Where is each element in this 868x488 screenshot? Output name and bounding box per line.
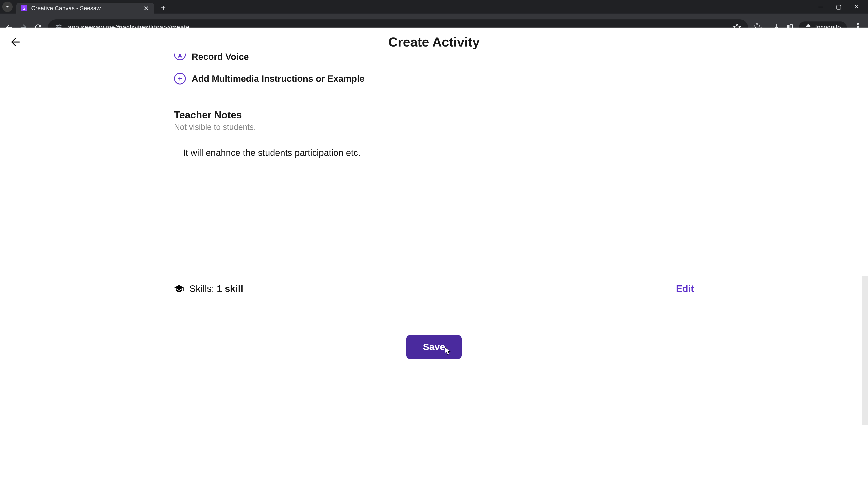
- teacher-notes-title: Teacher Notes: [174, 109, 694, 121]
- record-voice-button[interactable]: Record Voice: [174, 52, 694, 62]
- tab-close-button[interactable]: ✕: [143, 4, 150, 12]
- skills-text: Skills: 1 skill: [189, 283, 243, 294]
- plus-icon: [174, 73, 186, 85]
- tab-bar: S Creative Canvas - Seesaw ✕ + ─ ▢ ✕: [0, 0, 868, 13]
- graduation-cap-icon: [174, 284, 184, 294]
- page-content: Create Activity Record Voice Add Multime…: [0, 28, 868, 460]
- teacher-notes-input[interactable]: It will enahnce the students participati…: [174, 148, 694, 261]
- tab-search-button[interactable]: [2, 2, 13, 12]
- window-controls: ─ ▢ ✕: [816, 3, 868, 10]
- mouse-cursor: [444, 347, 452, 357]
- close-window-button[interactable]: ✕: [852, 3, 861, 10]
- new-tab-button[interactable]: +: [154, 3, 173, 13]
- skills-indicator: Skills: 1 skill: [174, 283, 243, 294]
- browser-tab-active[interactable]: S Creative Canvas - Seesaw ✕: [16, 3, 154, 13]
- save-button-wrapper: Save: [174, 335, 694, 359]
- microphone-icon: [174, 54, 186, 60]
- skills-label: Skills:: [189, 283, 217, 294]
- teacher-notes-subtitle: Not visible to students.: [174, 123, 694, 132]
- minimize-button[interactable]: ─: [816, 3, 825, 10]
- tab-title: Creative Canvas - Seesaw: [31, 5, 139, 12]
- browser-chrome: S Creative Canvas - Seesaw ✕ + ─ ▢ ✕ app…: [0, 0, 868, 28]
- activity-form: Record Voice Add Multimedia Instructions…: [151, 52, 717, 359]
- record-voice-label: Record Voice: [192, 52, 249, 62]
- page-title: Create Activity: [22, 34, 846, 50]
- skills-row: Skills: 1 skill Edit: [174, 283, 694, 303]
- maximize-button[interactable]: ▢: [834, 3, 843, 10]
- edit-skills-link[interactable]: Edit: [676, 283, 694, 294]
- add-multimedia-button[interactable]: Add Multimedia Instructions or Example: [174, 73, 694, 85]
- skills-count: 1 skill: [217, 283, 243, 294]
- add-multimedia-label: Add Multimedia Instructions or Example: [192, 74, 365, 84]
- save-button[interactable]: Save: [406, 335, 462, 359]
- tab-favicon: S: [21, 5, 27, 11]
- svg-point-2: [857, 23, 859, 25]
- scrollbar[interactable]: [862, 276, 868, 425]
- page-back-button[interactable]: [9, 36, 22, 48]
